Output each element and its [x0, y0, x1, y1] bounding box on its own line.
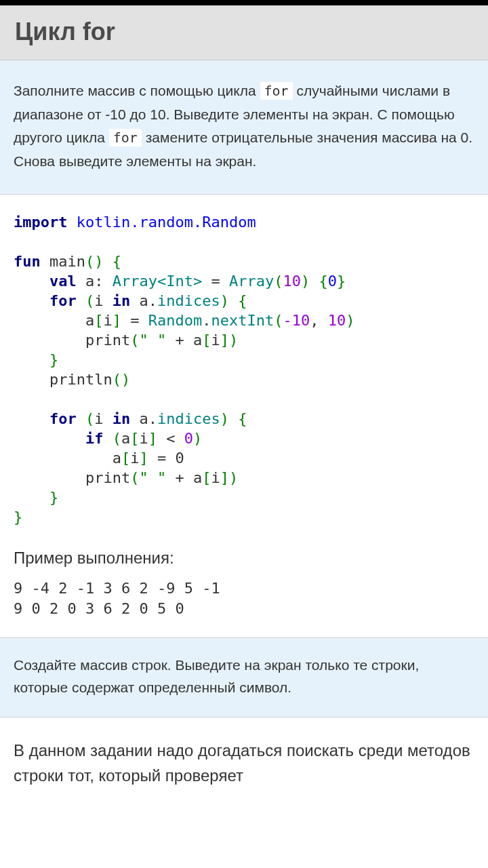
- task1-text-1: Заполните массив с помощью цикла: [14, 83, 260, 98]
- paren: (: [85, 253, 94, 270]
- paren: (: [113, 371, 121, 388]
- comma: ,: [310, 312, 319, 329]
- ctor-array: Array: [229, 273, 274, 290]
- kw-for: for: [49, 292, 77, 309]
- paren: (: [274, 312, 283, 329]
- brace: {: [238, 292, 247, 309]
- fn-println: println: [49, 371, 113, 388]
- paren: (: [85, 410, 94, 427]
- eq: =: [211, 273, 220, 290]
- bracket: [: [202, 332, 211, 349]
- ident-a: a: [193, 469, 202, 486]
- bracket: ]: [139, 450, 148, 467]
- brace: }: [337, 273, 346, 290]
- example-output: 9 -4 2 -1 3 6 2 -9 5 -1 9 0 2 0 3 6 2 0 …: [0, 578, 488, 637]
- page-header: Цикл for: [0, 5, 488, 60]
- prop-indices: indices: [157, 292, 220, 309]
- paren: ): [121, 371, 130, 388]
- dot: .: [148, 292, 157, 309]
- eq: =: [157, 450, 166, 467]
- paren: ): [193, 430, 202, 447]
- num-10: 10: [283, 273, 301, 290]
- plus: +: [175, 332, 184, 349]
- eq: =: [130, 312, 139, 329]
- brace: }: [14, 509, 22, 526]
- window-top-bar: [0, 0, 488, 5]
- bracket: [: [94, 312, 103, 329]
- ident-a: a: [139, 410, 148, 427]
- ident-i: i: [139, 430, 148, 447]
- kw-for: for: [49, 410, 77, 427]
- output-line-1: 9 -4 2 -1 3 6 2 -9 5 -1: [14, 580, 220, 597]
- method-nextint: nextInt: [211, 312, 274, 329]
- paren: ): [301, 273, 310, 290]
- code-block: import kotlin.random.Random fun main() {…: [0, 195, 488, 534]
- ident-i: i: [103, 312, 112, 329]
- paren: (: [130, 332, 139, 349]
- import-path: kotlin.random.Random: [77, 214, 256, 231]
- bracket: ]: [220, 332, 229, 349]
- paren: (: [274, 273, 283, 290]
- ident-i: i: [94, 410, 103, 427]
- lt: <: [166, 430, 175, 447]
- brace: {: [238, 410, 247, 427]
- ident-i: i: [94, 292, 103, 309]
- bracket: [: [130, 430, 139, 447]
- num-neg10: -10: [283, 312, 310, 329]
- kw-val: val: [49, 273, 77, 290]
- task1-keyword-2: for: [109, 129, 142, 146]
- kw-in: in: [113, 410, 131, 427]
- kw-fun: fun: [14, 253, 41, 270]
- paren: ): [229, 469, 238, 486]
- task1-keyword-1: for: [260, 82, 293, 100]
- bracket: [: [202, 469, 211, 486]
- kw-import: import: [14, 214, 67, 231]
- paren: (: [113, 430, 121, 447]
- paren: (: [85, 292, 94, 309]
- brace: }: [49, 489, 58, 506]
- str-space: " ": [139, 332, 166, 349]
- brace: }: [49, 351, 58, 368]
- output-line-2: 9 0 2 0 3 6 2 0 5 0: [14, 600, 184, 617]
- fn-main: main: [49, 253, 85, 270]
- dot: .: [148, 410, 157, 427]
- kw-in: in: [113, 292, 131, 309]
- num-10: 10: [328, 312, 346, 329]
- kw-if: if: [85, 430, 104, 447]
- bracket: ]: [113, 312, 121, 329]
- bracket: ]: [220, 469, 229, 486]
- fn-print: print: [85, 469, 130, 486]
- str-space: " ": [139, 469, 166, 486]
- ident-a: a: [121, 430, 130, 447]
- ident-a: a: [85, 273, 94, 290]
- ident-i: i: [211, 332, 220, 349]
- num-0: 0: [175, 450, 184, 467]
- page-title: Цикл for: [15, 18, 473, 46]
- num-0: 0: [184, 430, 193, 447]
- ident-a: a: [85, 312, 94, 329]
- obj-random: Random: [148, 312, 202, 329]
- dot: .: [202, 312, 211, 329]
- task-description-2: Создайте массив строк. Выведите на экран…: [0, 637, 488, 717]
- task-description-1: Заполните массив с помощью цикла for слу…: [0, 60, 488, 195]
- ident-i: i: [211, 469, 220, 486]
- num-0: 0: [328, 273, 337, 290]
- paren: ): [94, 253, 103, 270]
- brace: {: [113, 253, 121, 270]
- paren: ): [220, 410, 229, 427]
- fn-print: print: [85, 332, 130, 349]
- paren: ): [220, 292, 229, 309]
- paren: ): [229, 332, 238, 349]
- ident-i: i: [130, 450, 139, 467]
- colon: :: [94, 273, 103, 290]
- paren: ): [346, 312, 354, 329]
- paren: (: [130, 469, 139, 486]
- prop-indices: indices: [157, 410, 220, 427]
- ident-a: a: [193, 332, 202, 349]
- plus: +: [175, 469, 184, 486]
- explanation-text: В данном задании надо догадаться поискат…: [0, 717, 488, 795]
- ident-a: a: [113, 450, 121, 467]
- bracket: [: [121, 450, 130, 467]
- brace: {: [319, 273, 327, 290]
- ident-a: a: [139, 292, 148, 309]
